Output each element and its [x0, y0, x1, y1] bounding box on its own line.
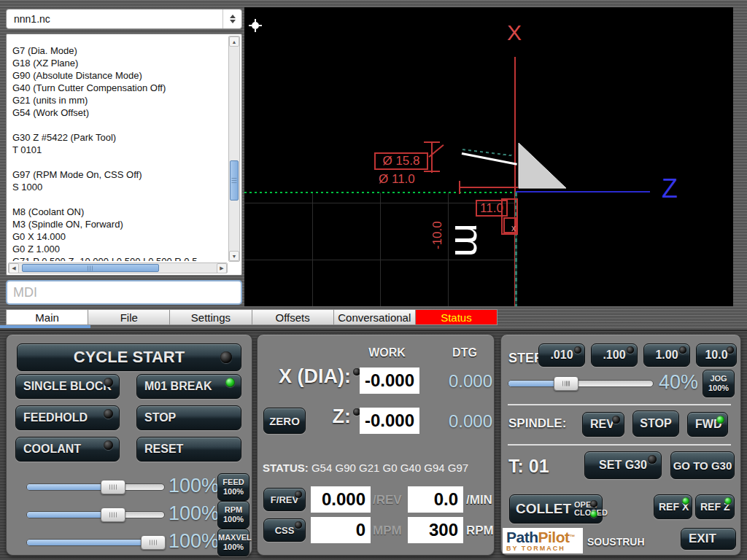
cycle-start-led-icon	[220, 351, 232, 363]
z-dtg-value: 0.000	[437, 411, 492, 432]
fmin-unit-label: /MIN	[466, 493, 492, 508]
maxvel-100-button[interactable]: MAXVEL 100%	[217, 529, 249, 556]
tool-number-label: T: 01	[508, 456, 549, 477]
dtg-header: DTG	[437, 346, 492, 359]
pathpilot-logo: PathPilot™ BY TORMACH	[503, 528, 583, 553]
dro-panel: WORK DTG X (DIA): -0.000 0.000 ZERO Z: -…	[257, 334, 495, 556]
gcode-line: G21 (units in mm)	[12, 94, 225, 106]
file-selector[interactable]: nnn1.nc	[6, 9, 242, 29]
jog-speed-value: 40%	[654, 371, 698, 394]
gcode-lines: G7 (Dia. Mode) G18 (XZ Plane) G90 (Absol…	[12, 44, 225, 260]
maxvel-override-slider[interactable]	[26, 539, 165, 546]
toolpath-preview[interactable]: X Z Ø 15.8 Ø 11.0 11.0 -10.0 x 12 m	[244, 7, 733, 306]
m01-break-button[interactable]: M01 BREAK	[136, 374, 241, 399]
rpm-field[interactable]: 300	[408, 517, 463, 543]
x-work-field[interactable]: -0.000	[360, 368, 419, 394]
x-axis-dro-label: X (DIA):	[258, 365, 351, 388]
large-dimension-text: 12 m	[447, 223, 494, 306]
gcode-line: M3 (Spindle ON, Forward)	[12, 218, 225, 230]
rpm-unit-label: RPM	[466, 524, 494, 538]
set-g30-led-icon	[648, 455, 657, 464]
jog-speed-slider[interactable]	[508, 380, 654, 387]
scroll-up-icon[interactable]: ▲	[229, 36, 239, 47]
gcode-line: G40 (Turn Cutter Compensation Off)	[12, 82, 225, 94]
feed-per-rev-field[interactable]: 0.000	[311, 486, 371, 513]
zero-button[interactable]: ZERO	[263, 408, 306, 434]
css-led-icon	[295, 521, 302, 529]
x-dtg-value: 0.000	[437, 371, 492, 392]
tab-offsets[interactable]: Offsets	[252, 309, 333, 325]
spindle-rev-button[interactable]: REV	[582, 412, 624, 437]
tab-conversational[interactable]: Conversational	[333, 309, 415, 325]
ref-z-button[interactable]: REF Z	[695, 494, 735, 519]
feed-override-slider-thumb[interactable]	[101, 480, 125, 494]
spindle-stop-button[interactable]: STOP	[632, 411, 679, 437]
gcode-line: G30 Z #5422 (Park Tool)	[12, 131, 225, 144]
collet-closed-led-icon	[590, 510, 597, 518]
step-010-led-icon	[574, 346, 581, 354]
tab-file[interactable]: File	[88, 309, 169, 325]
rpm-override-value: 100%	[169, 502, 214, 525]
step-1-button[interactable]: 1.00	[643, 343, 690, 367]
ref-x-led-icon	[682, 497, 689, 505]
css-button[interactable]: CSS	[263, 518, 306, 542]
coolant-led-icon	[104, 440, 113, 450]
go-to-g30-button[interactable]: GO TO G30	[670, 451, 735, 479]
combo-spinner-icon[interactable]	[222, 9, 241, 28]
feed-100-button[interactable]: FEED 100%	[217, 473, 249, 501]
jog-slider-thumb[interactable]	[554, 376, 578, 391]
spindle-fwd-button[interactable]: FWD	[687, 412, 728, 437]
tab-settings[interactable]: Settings	[169, 309, 251, 325]
css-field[interactable]: 0	[311, 517, 371, 543]
brand-pilot: Pilot	[538, 529, 570, 545]
stop-button[interactable]: STOP	[136, 405, 241, 430]
active-tab-indicator	[0, 325, 90, 328]
scroll-down-icon[interactable]: ▼	[229, 251, 239, 261]
cycle-start-button[interactable]: CYCLE START	[17, 343, 241, 371]
jog-spindle-panel: STEP: .010 .100 1.00 10.0 40% JOG 100% S…	[500, 334, 741, 556]
mdi-input[interactable]	[6, 280, 242, 305]
feed-override-slider[interactable]	[26, 483, 165, 491]
z-axis-dro-label: Z:	[322, 405, 351, 428]
scroll-right-icon[interactable]: ▶	[217, 263, 227, 273]
step-10-led-icon	[727, 346, 734, 354]
gcode-listing[interactable]: G7 (Dia. Mode) G18 (XZ Plane) G90 (Absol…	[6, 34, 242, 276]
rpm-override-slider-thumb[interactable]	[101, 508, 125, 522]
file-selector-value: nnn1.nc	[7, 13, 222, 25]
scroll-left-icon[interactable]: ◀	[9, 263, 19, 273]
vertical-scrollbar[interactable]: ▲ ▼	[228, 36, 240, 262]
maxvel-override-value: 100%	[169, 530, 214, 553]
mpm-unit-label: MPM	[373, 524, 402, 538]
horizontal-scroll-thumb[interactable]	[22, 264, 159, 272]
reset-button[interactable]: RESET	[136, 437, 241, 462]
frev-button[interactable]: F/REV	[263, 488, 306, 511]
collet-open-led-icon	[590, 500, 597, 508]
tab-status[interactable]: Status	[415, 309, 498, 325]
gcode-line-clipped: G71 P 0.500 Z -10.000 I 0.500 I 0.500 R …	[12, 256, 197, 261]
rpm-override-slider[interactable]	[26, 511, 165, 518]
gcode-line: G18 (XZ Plane)	[12, 57, 225, 69]
status-line: STATUS: G54 G90 G21 G0 G40 G94 G97	[263, 462, 468, 474]
horizontal-scrollbar[interactable]: ◀ ▶	[8, 262, 228, 273]
gcode-line: G0 X 14.000	[12, 230, 225, 243]
divider	[508, 444, 731, 446]
vertical-scroll-thumb[interactable]	[230, 160, 239, 201]
maxvel-override-slider-thumb[interactable]	[141, 535, 166, 550]
collet-button[interactable]: COLLET OPEN CLOSED	[509, 494, 603, 524]
z-work-field[interactable]: -0.000	[360, 408, 419, 434]
rpm-100-button[interactable]: RPM 100%	[217, 501, 249, 529]
feedhold-button[interactable]: FEEDHOLD	[15, 405, 120, 430]
step-10-button[interactable]: 10.0	[696, 343, 737, 367]
step-100-button[interactable]: .100	[591, 343, 638, 367]
feed-per-min-field[interactable]: 0.0	[408, 486, 463, 513]
set-g30-button[interactable]: SET G30	[584, 451, 662, 479]
brand-by-tormach: BY TORMACH	[506, 545, 583, 552]
exit-button[interactable]: EXIT	[681, 528, 736, 550]
tab-main[interactable]: Main	[6, 309, 88, 325]
step-010-button[interactable]: .010	[538, 343, 585, 367]
coolant-button[interactable]: COOLANT	[15, 437, 120, 462]
ref-x-button[interactable]: REF X	[654, 494, 692, 519]
jog-100-button[interactable]: JOG 100%	[703, 370, 735, 397]
single-block-button[interactable]: SINGLE BLOCK	[15, 374, 120, 399]
gcode-line	[12, 156, 225, 168]
